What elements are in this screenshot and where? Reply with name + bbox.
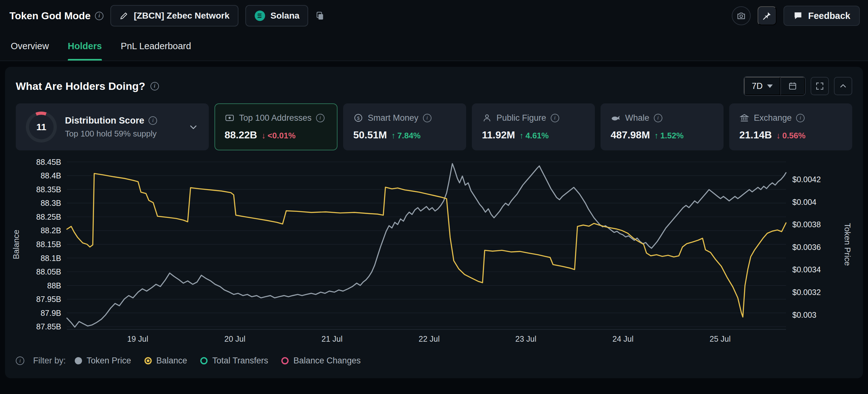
stat-cards-row: 11 Distribution Score Top 100 hold 59% s… <box>5 103 863 150</box>
legend-items: Token PriceBalanceTotal TransfersBalance… <box>75 356 361 366</box>
card-label: Whale <box>625 113 649 123</box>
info-icon[interactable] <box>316 114 324 122</box>
tabbar: OverviewHoldersPnL Leaderboard <box>0 32 868 61</box>
holders-chart: Balance 88.45B88.4B88.35B88.3B88.25B88.2… <box>5 150 863 348</box>
fullscreen-button[interactable] <box>811 77 829 95</box>
main: What Are Holders Doing? 7D <box>0 67 868 378</box>
card-label: Exchange <box>754 113 792 123</box>
change-percent: 1.52% <box>660 131 684 140</box>
arrow-icon: ↓ <box>261 131 266 140</box>
y-tick-label: $0.003 <box>792 310 816 319</box>
holders-panel: What Are Holders Doing? 7D <box>5 67 863 378</box>
info-icon[interactable] <box>654 114 662 122</box>
screenshot-button[interactable] <box>732 6 751 25</box>
timeframe-select[interactable]: 7D <box>744 77 780 95</box>
chevron-up-icon <box>838 81 848 91</box>
feedback-label: Feedback <box>808 11 850 21</box>
legend-item-total-transfers[interactable]: Total Transfers <box>200 356 268 366</box>
card-value: 88.22B <box>224 129 257 141</box>
app-title-row: Token God Mode <box>9 10 103 22</box>
legend-item-token-price[interactable]: Token Price <box>75 356 131 366</box>
arrow-icon: ↑ <box>520 131 524 140</box>
card-distribution-score[interactable]: 11 Distribution Score Top 100 hold 59% s… <box>16 103 209 150</box>
y-tick-label: 88B <box>47 281 61 290</box>
tab-pnl-leaderboard[interactable]: PnL Leaderboard <box>121 32 191 61</box>
legend-label: Balance Changes <box>293 356 361 366</box>
balance-changes-dot-icon <box>281 357 288 364</box>
timeframe-group: 7D <box>743 76 806 96</box>
pencil-icon <box>119 11 129 21</box>
tab-overview[interactable]: Overview <box>11 32 49 61</box>
card-label: Distribution Score <box>65 116 144 126</box>
y-tick-label: 88.45B <box>36 157 61 166</box>
card-exchange[interactable]: Exchange 21.14B ↓0.56% <box>729 103 852 150</box>
legend-item-balance[interactable]: Balance <box>145 356 187 366</box>
card-change: ↑4.61% <box>520 131 549 140</box>
card-change: ↓<0.01% <box>261 131 296 140</box>
balance-line <box>67 173 786 317</box>
y-tick-label: 88.25B <box>36 212 61 221</box>
info-icon[interactable] <box>16 357 24 365</box>
chart-plot-area[interactable] <box>67 159 786 329</box>
copy-icon[interactable] <box>315 11 325 21</box>
calendar-button[interactable] <box>780 77 805 95</box>
chart-svg <box>67 159 786 329</box>
x-tick-label: 22 Jul <box>418 334 440 343</box>
info-icon[interactable] <box>796 114 805 122</box>
card-change: ↓0.56% <box>776 131 806 140</box>
x-tick-label: 25 Jul <box>710 334 731 343</box>
y-tick-label: $0.0038 <box>792 220 821 229</box>
tab-holders[interactable]: Holders <box>68 32 102 61</box>
y-tick-label: 88.1B <box>41 254 61 263</box>
distribution-score-value: 11 <box>29 115 54 139</box>
calendar-icon <box>788 81 797 91</box>
chart-filter-legend: Filter by: Token PriceBalanceTotal Trans… <box>5 348 863 376</box>
y-tick-label: 88.4B <box>41 171 61 180</box>
y-tick-label: $0.0032 <box>792 288 821 297</box>
info-icon[interactable] <box>150 82 159 91</box>
legend-item-balance-changes[interactable]: Balance Changes <box>281 356 361 366</box>
speech-bubble-icon <box>793 11 803 21</box>
change-percent: 0.56% <box>782 131 806 140</box>
x-tick-label: 23 Jul <box>516 334 536 343</box>
change-percent: 7.84% <box>397 131 421 140</box>
chevron-down-icon[interactable] <box>188 122 199 132</box>
info-icon[interactable] <box>149 116 157 125</box>
y-tick-label: 88.05B <box>36 267 61 276</box>
y-tick-label: $0.004 <box>792 197 816 206</box>
info-icon[interactable] <box>551 114 559 122</box>
card-value: 50.51M <box>353 129 387 141</box>
card-top-100-addresses[interactable]: Top 100 Addresses 88.22B ↓<0.01% <box>215 103 338 150</box>
legend-label: Token Price <box>87 356 131 366</box>
y-axis-title-left: Balance <box>7 159 26 329</box>
pin-button[interactable] <box>757 6 777 25</box>
legend-label: Balance <box>156 356 187 366</box>
token-price-line <box>67 164 786 327</box>
y-axis-right-ticks: $0.0042$0.004$0.0038$0.0036$0.0034$0.003… <box>786 159 836 329</box>
card-whale[interactable]: Whale 487.98M ↑1.52% <box>600 103 723 150</box>
x-tick-label: 24 Jul <box>613 334 634 343</box>
token-selector-label: [ZBCN] Zebec Network <box>134 11 229 21</box>
y-tick-label: $0.0042 <box>792 175 821 184</box>
chain-selector-button[interactable]: Solana <box>245 5 308 27</box>
y-tick-label: 88.3B <box>41 199 61 208</box>
exchange-icon <box>739 113 749 123</box>
timeframe-value: 7D <box>752 81 763 91</box>
total-transfers-dot-icon <box>200 357 208 364</box>
arrow-icon: ↑ <box>654 131 658 140</box>
feedback-button[interactable]: Feedback <box>783 6 860 26</box>
card-public-figure[interactable]: Public Figure 11.92M ↑4.61% <box>472 103 595 150</box>
y-tick-label: $0.0036 <box>792 242 821 252</box>
change-percent: <0.01% <box>268 131 296 140</box>
svg-text:$: $ <box>357 116 360 121</box>
token-selector-button[interactable]: [ZBCN] Zebec Network <box>111 5 238 27</box>
distribution-score-gauge: 11 <box>26 111 57 142</box>
topbar: Token God Mode [ZBCN] Zebec Network <box>0 0 868 32</box>
camera-icon <box>736 11 746 21</box>
addresses-icon <box>224 113 235 123</box>
collapse-button[interactable] <box>834 77 852 95</box>
info-icon[interactable] <box>95 12 103 20</box>
card-smart-money[interactable]: $ Smart Money 50.51M ↑7.84% <box>343 103 466 150</box>
change-percent: 4.61% <box>525 131 549 140</box>
info-icon[interactable] <box>423 114 432 122</box>
